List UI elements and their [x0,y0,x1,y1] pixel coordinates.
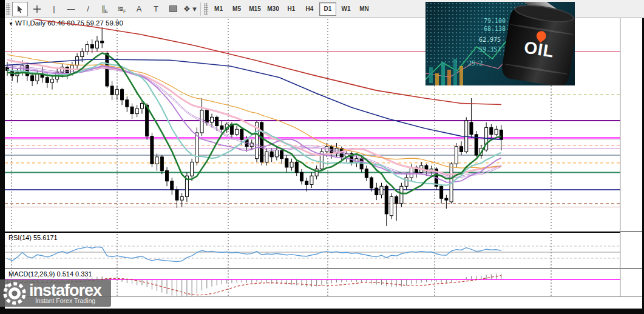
mt4-window: |—/∥E≋FAT❖ ▾ M1M5M15M30H1H4D1W1MN ▼ WTI,… [0,0,644,314]
horizontal-line-icon[interactable]: — [63,2,79,16]
timeframe-m15-button[interactable]: M15 [246,2,263,16]
arrows-icon[interactable]: ❖ ▾ [182,2,198,16]
oil-news-banner: 32.9779.10068.13862.97559.35725.224.2 OI… [425,2,575,85]
timeframe-h1-button[interactable]: H1 [283,2,300,16]
banner-quote: 25.2 [468,60,483,67]
drawing-toolbar: |—/∥E≋FAT❖ ▾ [12,2,198,16]
timeframe-h4-button[interactable]: H4 [301,2,318,16]
brand-name: instaforex [29,282,101,298]
trend-line-icon[interactable]: / [80,2,96,16]
brand-tagline: Instant Forex Trading [29,297,101,304]
banner-quote: 79.100 [484,18,506,24]
banner-quote: 62.975 [479,36,501,43]
instaforex-gear-icon [2,281,27,306]
rsi-label: RSI(14) 55.6171 [8,234,58,241]
timeframe-w1-button[interactable]: W1 [337,2,354,16]
toolbar-grip[interactable] [6,3,10,15]
text-icon[interactable]: A [131,2,147,16]
timeframe-toolbar: M1M5M15M30H1H4D1W1MN [209,2,373,16]
timeframe-m5-button[interactable]: M5 [228,2,245,16]
timeframe-d1-button[interactable]: D1 [319,2,336,16]
equidistant-channel-icon[interactable]: ∥E [97,2,113,16]
text-label-icon[interactable]: T [148,2,164,16]
cursor-icon[interactable] [12,2,28,16]
banner-quote: 68.138 [484,25,506,32]
vertical-line-icon[interactable]: | [46,2,62,16]
fibonacci-icon[interactable]: ≋F [114,2,130,16]
timeframe-m30-button[interactable]: M30 [265,2,282,16]
timeframe-m1-button[interactable]: M1 [210,2,227,16]
banner-quote: 59.357 [479,46,501,53]
toolbar-grip2[interactable] [204,3,208,15]
macd-label: MACD(12,26,9) 0.514 0.331 [8,270,92,278]
timeframe-mn-button[interactable]: MN [356,2,373,16]
toolbar-separator [200,2,201,16]
rectangle-icon[interactable] [165,2,181,16]
oil-barrel: OIL [500,5,575,85]
barrel-ring [504,63,569,75]
crosshair-icon[interactable] [29,2,45,16]
instaforex-watermark: instaforex Instant Forex Trading [0,279,111,307]
watermark-text: instaforex Instant Forex Trading [29,282,101,304]
